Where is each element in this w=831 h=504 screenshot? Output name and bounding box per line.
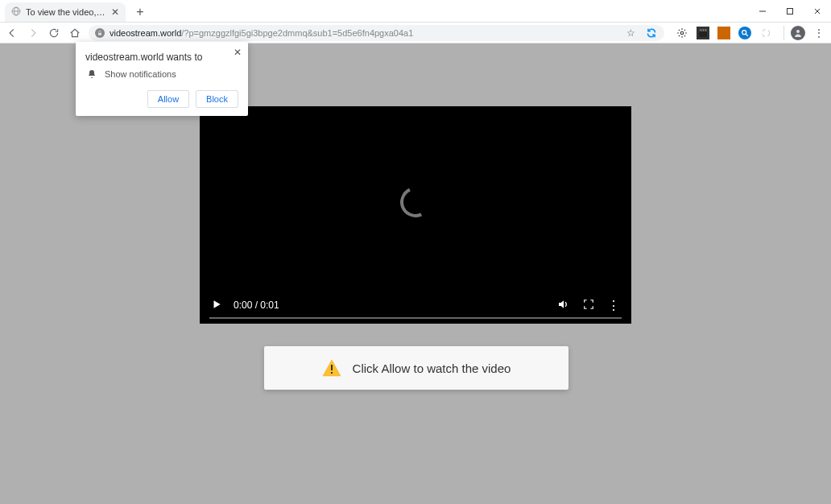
svg-point-14 <box>742 30 746 34</box>
bell-icon <box>87 69 97 79</box>
extension-search-icon[interactable] <box>738 27 751 39</box>
new-tab-button[interactable]: + <box>132 4 148 20</box>
volume-button[interactable] <box>557 298 570 313</box>
play-button[interactable] <box>211 299 222 312</box>
notification-permission-popup: ✕ videostream.world wants to Show notifi… <box>76 42 248 116</box>
globe-icon <box>11 6 21 18</box>
block-button[interactable]: Block <box>196 90 238 108</box>
svg-marker-18 <box>214 300 221 308</box>
svg-point-17 <box>796 30 800 33</box>
bookmark-star-icon[interactable]: ☆ <box>626 27 635 39</box>
browser-menu-button[interactable]: ⋮ <box>812 27 826 39</box>
fullscreen-button[interactable] <box>583 299 594 312</box>
home-button[interactable] <box>68 26 82 40</box>
window-controls <box>749 0 831 23</box>
toolbar-separator <box>783 26 784 40</box>
window-close-button[interactable] <box>804 0 831 23</box>
svg-rect-7 <box>98 32 101 35</box>
video-menu-button[interactable]: ⋮ <box>607 298 620 313</box>
url-path: /?p=gmzggzlfgi5gi3bpge2dmmq&sub1=5d5e6fn… <box>181 28 413 38</box>
tab-close-icon[interactable]: ✕ <box>111 6 119 18</box>
video-progress-bar[interactable] <box>209 317 622 319</box>
extension-sync-icon[interactable] <box>645 27 658 39</box>
video-controls: 0:00 / 0:01 ⋮ <box>200 287 631 324</box>
permission-item: Show notifications <box>87 69 238 79</box>
svg-rect-4 <box>788 9 793 14</box>
address-bar[interactable]: videostream.world/?p=gmzggzlfgi5gi3bpge2… <box>89 25 664 41</box>
window-minimize-button[interactable] <box>749 0 776 23</box>
forward-button[interactable] <box>26 26 40 40</box>
svg-marker-19 <box>559 300 564 308</box>
loading-spinner-icon <box>396 182 436 221</box>
permission-actions: Allow Block <box>85 90 238 108</box>
svg-rect-21 <box>331 365 333 370</box>
reload-button[interactable] <box>47 26 61 40</box>
svg-rect-9 <box>699 31 707 37</box>
url-text: videostream.world/?p=gmzggzlfgi5gi3bpge2… <box>110 28 622 38</box>
window-titlebar: To view the video, click the Allow ✕ + <box>0 0 831 23</box>
extensions-area <box>671 27 777 39</box>
svg-point-16 <box>762 29 769 36</box>
svg-point-8 <box>680 31 684 35</box>
profile-avatar-icon[interactable] <box>791 26 805 40</box>
warning-icon <box>322 359 341 377</box>
extension-clapper-icon[interactable] <box>697 27 709 39</box>
url-host: videostream.world <box>110 28 181 38</box>
video-player[interactable]: 0:00 / 0:01 ⋮ <box>200 106 631 324</box>
extension-gear-icon[interactable] <box>676 27 688 39</box>
window-maximize-button[interactable] <box>776 0 804 23</box>
extension-orange-icon[interactable] <box>717 27 730 39</box>
extension-loading-icon[interactable] <box>759 27 772 39</box>
browser-tab[interactable]: To view the video, click the Allow ✕ <box>5 2 126 22</box>
browser-toolbar: videostream.world/?p=gmzggzlfgi5gi3bpge2… <box>0 23 831 43</box>
video-time-display: 0:00 / 0:01 <box>234 300 279 311</box>
permission-title: videostream.world wants to <box>85 52 238 63</box>
banner-text: Click Allow to watch the video <box>353 361 511 375</box>
permission-label: Show notifications <box>105 69 176 79</box>
svg-line-15 <box>746 34 748 36</box>
allow-button[interactable]: Allow <box>147 90 189 108</box>
permission-close-icon[interactable]: ✕ <box>234 47 242 58</box>
instruction-banner: Click Allow to watch the video <box>264 346 568 390</box>
tab-title: To view the video, click the Allow <box>26 7 106 17</box>
svg-rect-22 <box>331 372 333 374</box>
site-info-icon[interactable] <box>95 28 105 38</box>
back-button[interactable] <box>5 26 19 40</box>
